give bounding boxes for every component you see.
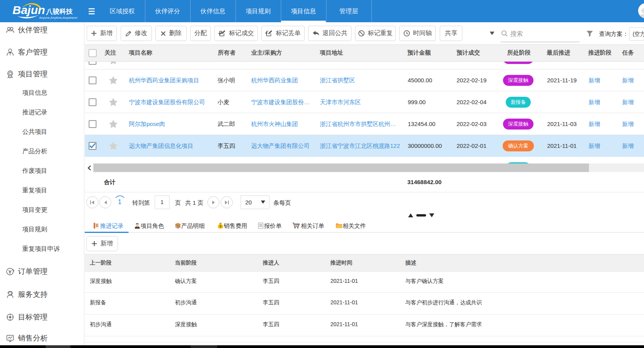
svg-text:八骏科技: 八骏科技 — [46, 8, 73, 15]
svg-text:Anyone,Anytime,Anywhere!: Anyone,Anytime,Anywhere! — [39, 16, 77, 20]
svg-text:$: $ — [219, 224, 221, 228]
svg-text:Bajun: Bajun — [12, 4, 45, 16]
